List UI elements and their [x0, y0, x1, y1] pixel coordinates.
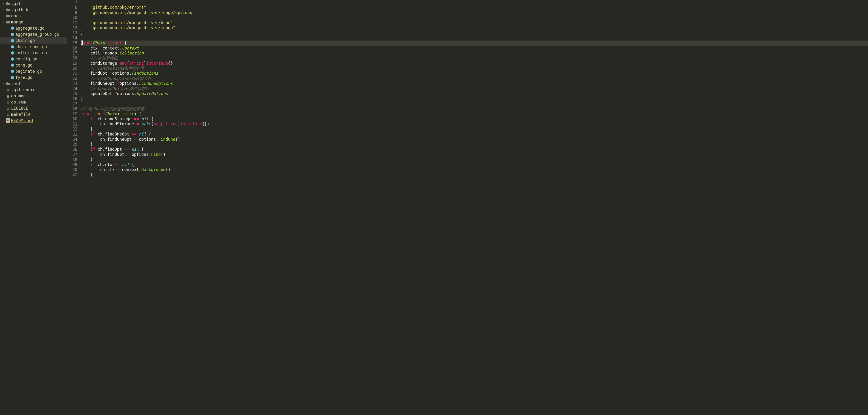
code-token: () [175, 137, 180, 142]
code-line[interactable]: condStorage map[string]interface{} [81, 61, 868, 66]
file-item-config-go[interactable]: ⬢config.go [0, 56, 67, 62]
code-line[interactable]: "go.mongodb.org/mongo-driver/mongo" [81, 25, 868, 30]
code-token [136, 132, 139, 136]
line-number: 8 [67, 5, 77, 10]
line-number: 38 [67, 157, 77, 162]
file-item--gitignore[interactable]: ◈.gitignore [0, 87, 67, 93]
code-line[interactable]: ctx context.Context [81, 46, 868, 51]
code-token: Context [122, 46, 139, 50]
code-token: Chain [105, 111, 117, 116]
code-line[interactable] [81, 101, 868, 106]
file-item-go-mod[interactable]: ▤go.mod [0, 93, 67, 99]
code-token: ctx [105, 162, 112, 167]
file-item-makefile[interactable]: ⚙makefile [0, 111, 67, 117]
code-token: * [115, 91, 117, 96]
code-line[interactable]: // FindOneOptions条件暂存区 [81, 76, 868, 81]
file-item-paginate-go[interactable]: ⬢paginate.go [0, 68, 67, 74]
code-token: ch. [95, 132, 105, 136]
code-token: [ [127, 61, 129, 66]
code-token: func [81, 111, 90, 116]
code-line[interactable]: } [81, 157, 868, 162]
code-line[interactable]: // UpdateOptions条件暂存区 [81, 86, 868, 91]
code-line[interactable]: } [81, 127, 868, 132]
file-item-aggregate-go[interactable]: ⬢aggregate.go [0, 25, 67, 31]
code-area[interactable]: "github.com/pkg/errors" "go.mongodb.org/… [81, 0, 868, 415]
folder-item-test[interactable]: ›test [0, 80, 67, 87]
file-item-license[interactable]: ⚖LICENSE [0, 105, 67, 111]
gear-icon: ⚙ [6, 112, 10, 117]
code-line[interactable]: "go.mongodb.org/mongo-driver/mongo/optio… [81, 10, 868, 15]
file-tree-sidebar[interactable]: ›.git›.github›docs⌄mongo⬢aggregate.go⬢ag… [0, 0, 67, 415]
file-item-collection-go[interactable]: ⬢collection.go [0, 50, 67, 56]
code-line[interactable] [81, 36, 868, 40]
code-token: // UpdateOptions条件暂存区 [81, 86, 149, 91]
code-line[interactable]: findOpt *options.FindOptions [81, 71, 868, 76]
code-line[interactable] [81, 15, 868, 20]
expand-arrow-icon[interactable]: › [2, 13, 5, 19]
expand-arrow-icon[interactable]: › [2, 81, 5, 86]
code-line[interactable]: if ch.findOneOpt == nil { [81, 132, 868, 137]
folder-item--git[interactable]: ›.git [0, 0, 67, 7]
folder-item-mongo[interactable]: ⌄mongo [0, 19, 67, 25]
code-line[interactable]: if ch.condStorage == nil { [81, 116, 868, 122]
code-editor[interactable]: 7891011121314151617181920212223242526272… [67, 0, 868, 415]
code-line[interactable]: ch.ctx = context.Background() [81, 167, 868, 172]
line-number: 26 [67, 96, 77, 101]
code-line[interactable]: func (ch *Chain) init() { [81, 111, 868, 116]
code-line[interactable]: updateOpt *options.UpdateOptions [81, 91, 868, 96]
code-line[interactable]: "github.com/pkg/errors" [81, 5, 868, 10]
expand-arrow-icon[interactable]: ⌄ [2, 20, 5, 25]
code-token [129, 132, 132, 136]
code-token: Background [141, 167, 165, 172]
tree-item-label: conn.go [16, 63, 32, 68]
code-line[interactable]: } [81, 96, 868, 101]
file-item-go-sum[interactable]: ▤go.sum [0, 99, 67, 105]
expand-arrow-icon[interactable]: › [2, 1, 5, 6]
code-token [134, 122, 136, 126]
code-token: () { [132, 111, 141, 116]
code-line[interactable]: findOneOpt *options.FindOneOptions [81, 81, 868, 86]
code-token: . [129, 71, 132, 76]
file-item-chain-go[interactable]: ⬢chain.go [0, 37, 67, 43]
line-number: 11 [67, 21, 77, 25]
code-line[interactable]: // 对chain的字段进行初始化赋值 [81, 106, 868, 111]
file-item-type-go[interactable]: ⬢type.go [0, 74, 67, 80]
code-line[interactable]: ch.condStorage = make(map[string]interfa… [81, 122, 868, 127]
code-token: if [90, 116, 95, 121]
code-token: map [120, 61, 127, 66]
code-token: = [136, 122, 139, 126]
file-item-conn-go[interactable]: ⬢conn.go [0, 62, 67, 68]
code-line[interactable]: } [81, 142, 868, 147]
file-item-aggregate-group-go[interactable]: ⬢aggregate_group.go [0, 31, 67, 37]
code-line[interactable]: if ch.findOpt == nil { [81, 147, 868, 152]
code-line[interactable] [81, 0, 868, 5]
go-file-icon: ⬢ [10, 26, 14, 31]
code-line[interactable]: // FindOptions条件暂存区 [81, 66, 868, 71]
code-line[interactable]: ) [81, 30, 868, 35]
line-number: 32 [67, 127, 77, 132]
folder-item--github[interactable]: ›.github [0, 7, 67, 13]
code-token: findOneOpt [81, 81, 117, 86]
code-line[interactable]: "go.mongodb.org/mongo-driver/bson" [81, 21, 868, 25]
code-token [115, 167, 117, 172]
code-token: == [115, 162, 119, 167]
code-line[interactable]: ch.findOneOpt = options.FindOne() [81, 137, 868, 142]
code-line[interactable]: } [81, 172, 868, 177]
code-line[interactable]: coll *mongo.Collection [81, 51, 868, 56]
expand-arrow-icon[interactable]: › [2, 7, 5, 12]
code-line[interactable]: type Chain struct { [81, 40, 868, 45]
code-line[interactable]: ch.findOpt = options.Find() [81, 152, 868, 157]
file-item-readme-md[interactable]: M↓README.md [0, 117, 67, 124]
folder-icon [6, 8, 10, 11]
code-line[interactable]: if ch.ctx == nil { [81, 162, 868, 167]
folder-item-docs[interactable]: ›docs [0, 13, 67, 19]
code-token: {}) [202, 122, 209, 126]
code-token: findOpt [105, 147, 122, 151]
code-line[interactable]: // 条件暂存区 [81, 56, 868, 61]
file-item-chain-cond-go[interactable]: ⬢chain_cond.go [0, 43, 67, 50]
code-token: } [81, 172, 93, 177]
code-token: context. [120, 167, 141, 172]
code-token: updateOpt [81, 91, 115, 96]
file-icon: ▤ [6, 93, 10, 99]
code-token: } [81, 142, 93, 147]
